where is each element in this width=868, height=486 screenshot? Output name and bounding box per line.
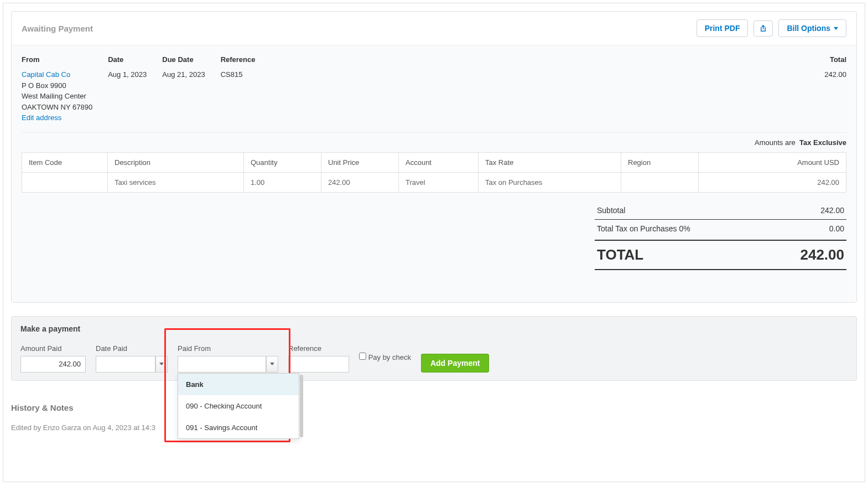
paid-from-dropdown-button[interactable]	[266, 356, 278, 373]
history-title: History & Notes	[11, 403, 857, 412]
pay-by-check-label: Pay by check	[368, 353, 411, 361]
date-paid-label: Date Paid	[96, 344, 168, 353]
add-payment-button[interactable]: Add Payment	[421, 354, 489, 373]
history-entry: Edited by Enzo Garza on Aug 4, 2023 at 1…	[11, 423, 857, 432]
cell-amount: 242.00	[699, 172, 846, 192]
amount-paid-label: Amount Paid	[20, 344, 86, 353]
pay-by-check-checkbox[interactable]	[359, 353, 366, 360]
vendor-addr2: West Mailing Center	[22, 92, 86, 100]
col-region: Region	[621, 152, 699, 172]
cell-quantity: 1.00	[244, 172, 321, 192]
make-payment-title: Make a payment	[20, 324, 848, 333]
dropdown-item-savings[interactable]: 091 - Savings Account	[178, 417, 299, 438]
bill-options-button[interactable]: Bill Options	[778, 19, 846, 37]
cell-item-code	[22, 172, 108, 192]
subtotal-label: Subtotal	[597, 206, 625, 215]
line-items-table: Item Code Description Quantity Unit Pric…	[22, 152, 846, 193]
chevron-down-icon	[834, 27, 838, 30]
cell-tax-rate: Tax on Purchases	[479, 172, 621, 192]
status-label: Awaiting Payment	[22, 24, 93, 33]
edit-address-link[interactable]: Edit address	[22, 113, 61, 122]
from-label: From	[22, 55, 92, 64]
cell-account: Travel	[399, 172, 479, 192]
pay-by-check-wrap[interactable]: Pay by check	[359, 353, 411, 369]
paid-from-label: Paid From	[178, 344, 278, 353]
make-payment-panel: Make a payment Amount Paid Date Paid Pai…	[11, 316, 857, 381]
amounts-note: Amounts are Tax Exclusive	[22, 138, 846, 147]
date-value: Aug 1, 2023	[108, 69, 147, 80]
chevron-down-icon	[270, 363, 274, 365]
grand-total-value: 242.00	[800, 246, 844, 263]
col-unit-price: Unit Price	[321, 152, 399, 172]
col-tax-rate: Tax Rate	[479, 152, 621, 172]
payment-reference-input[interactable]	[288, 356, 349, 373]
paid-from-dropdown-menu: Bank 090 - Checking Account 091 - Saving…	[178, 373, 299, 439]
col-description: Description	[108, 152, 244, 172]
bill-card: Awaiting Payment Print PDF Bill Options	[11, 11, 857, 303]
col-amount: Amount USD	[699, 152, 846, 172]
col-account: Account	[399, 152, 479, 172]
amount-paid-input[interactable]	[20, 356, 86, 373]
vendor-addr3: OAKTOWN NY 67890	[22, 103, 92, 111]
vendor-link[interactable]: Capital Cab Co	[22, 70, 70, 79]
due-date-label: Due Date	[162, 55, 205, 64]
dropdown-scrollbar[interactable]	[300, 375, 303, 437]
add-payment-label: Add Payment	[430, 359, 480, 368]
chevron-down-icon	[159, 363, 164, 365]
tax-value: 0.00	[829, 224, 844, 233]
print-pdf-label: Print PDF	[705, 24, 740, 33]
due-date-value: Aug 21, 2023	[162, 69, 205, 80]
date-paid-picker-button[interactable]	[155, 356, 168, 373]
share-button[interactable]	[753, 20, 773, 37]
total-value: 242.00	[824, 69, 846, 80]
tax-label: Total Tax on Purchases 0%	[597, 224, 690, 233]
date-label: Date	[108, 55, 147, 64]
dropdown-category-bank: Bank	[178, 374, 299, 395]
grand-total-label: TOTAL	[597, 246, 643, 263]
paid-from-input[interactable]	[178, 356, 266, 373]
subtotal-value: 242.00	[820, 206, 844, 215]
col-quantity: Quantity	[244, 152, 321, 172]
date-paid-input[interactable]	[96, 356, 155, 373]
cell-unit-price: 242.00	[321, 172, 399, 192]
bill-options-label: Bill Options	[787, 24, 830, 33]
payment-reference-label: Reference	[288, 344, 349, 353]
col-item-code: Item Code	[22, 152, 108, 172]
cell-region	[621, 172, 699, 192]
vendor-addr1: P O Box 9900	[22, 81, 66, 90]
share-icon	[759, 24, 767, 33]
reference-label: Reference	[221, 55, 256, 64]
dropdown-item-checking[interactable]: 090 - Checking Account	[178, 395, 299, 417]
table-row: Taxi services 1.00 242.00 Travel Tax on …	[22, 172, 846, 192]
totals-block: Subtotal 242.00 Total Tax on Purchases 0…	[595, 201, 846, 270]
reference-value: CS815	[221, 69, 256, 80]
total-label: Total	[824, 55, 846, 64]
cell-description: Taxi services	[108, 172, 244, 192]
print-pdf-button[interactable]: Print PDF	[697, 19, 749, 37]
history-notes-section: History & Notes Edited by Enzo Garza on …	[11, 403, 857, 432]
